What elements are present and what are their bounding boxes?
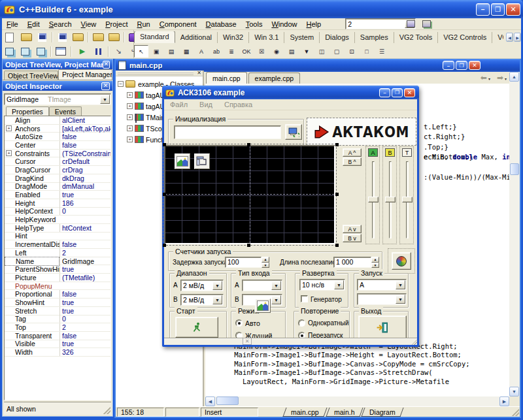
drag-handle[interactable] bbox=[163, 193, 166, 196]
property-row[interactable]: +Enabled true bbox=[5, 191, 110, 199]
toolbar-icon[interactable] bbox=[54, 45, 69, 58]
snapshot-button[interactable] bbox=[392, 252, 411, 270]
menu-item[interactable]: Component bbox=[155, 20, 201, 29]
file-tab[interactable]: main.h bbox=[326, 408, 363, 417]
scroll-right-icon[interactable]: ▶ bbox=[499, 396, 509, 406]
drag-handle[interactable] bbox=[247, 244, 250, 247]
toolbar-icon[interactable] bbox=[19, 31, 35, 44]
property-row[interactable]: +PopupMenu bbox=[5, 282, 110, 291]
property-row[interactable]: +Picture (TMetafile) bbox=[5, 274, 110, 282]
property-row[interactable]: +Visible true bbox=[5, 340, 110, 349]
expand-icon[interactable]: + bbox=[127, 125, 133, 131]
close-button[interactable]: ✕ bbox=[506, 3, 520, 16]
delay-input[interactable]: 100 bbox=[225, 257, 262, 268]
form-component-icon[interactable] bbox=[194, 153, 210, 169]
inspector-tab[interactable]: Properties bbox=[6, 106, 49, 116]
drag-handle[interactable] bbox=[335, 143, 339, 146]
palette-tab[interactable]: VG2 Controls bbox=[438, 32, 492, 43]
chevron-down-icon[interactable]: ▼ bbox=[100, 95, 110, 104]
generator-checkbox[interactable] bbox=[301, 295, 308, 302]
palette-tab[interactable]: Win32 bbox=[218, 32, 249, 43]
component-icon[interactable]: ▣ bbox=[149, 45, 163, 57]
exit-button[interactable] bbox=[358, 315, 407, 339]
channel-shift-button[interactable]: A ^ bbox=[343, 148, 362, 157]
property-row[interactable]: +Top 2 bbox=[5, 323, 110, 332]
scroll-thumb[interactable] bbox=[216, 396, 239, 405]
toolbar-icon[interactable] bbox=[107, 45, 111, 58]
trigger-mode-combo[interactable]: ▼ bbox=[357, 293, 407, 305]
scroll-up-icon[interactable]: ▲ bbox=[509, 72, 519, 82]
resize-grip[interactable] bbox=[103, 407, 110, 414]
scroll-down-icon[interactable]: ▼ bbox=[509, 387, 519, 396]
component-icon[interactable]: ▦ bbox=[179, 45, 194, 57]
slider-thumb[interactable] bbox=[385, 197, 396, 202]
level-slider[interactable]: T bbox=[399, 146, 414, 244]
property-row[interactable]: +DragKind dkDrag bbox=[5, 174, 110, 183]
toolbar-icon[interactable] bbox=[111, 45, 127, 58]
expand-icon[interactable]: + bbox=[127, 103, 133, 109]
palette-tab[interactable]: Samples bbox=[355, 32, 394, 43]
expand-icon[interactable]: + bbox=[127, 92, 133, 98]
radio-option[interactable]: Однократный bbox=[298, 317, 349, 329]
palette-scroll-left-icon[interactable]: ◀ bbox=[506, 33, 513, 42]
component-icon[interactable]: ☒ bbox=[254, 45, 269, 57]
maximize-button[interactable]: ❐ bbox=[392, 88, 403, 97]
set-debug-desktop-icon[interactable] bbox=[418, 18, 434, 31]
drag-handle[interactable] bbox=[247, 143, 250, 146]
channel-shift-button[interactable]: B ^ bbox=[343, 157, 362, 166]
slider-thumb[interactable] bbox=[368, 197, 379, 202]
dock-tab[interactable]: Object TreeView bbox=[4, 71, 58, 80]
menu-item[interactable]: Вид bbox=[194, 101, 218, 108]
start-button[interactable] bbox=[175, 317, 218, 338]
minimize-button[interactable]: – bbox=[379, 88, 390, 97]
expand-icon[interactable]: + bbox=[127, 137, 133, 142]
component-icon[interactable]: ≣ bbox=[224, 45, 239, 57]
property-row[interactable]: +Height 186 bbox=[5, 199, 110, 208]
object-selector-combo[interactable]: GridImage TImage ▼ bbox=[4, 93, 111, 105]
palette-tab[interactable]: Dialogs bbox=[320, 32, 355, 43]
range-a-combo[interactable]: 2 мВ/д▼ bbox=[180, 280, 224, 291]
property-row[interactable]: +HelpContext 0 bbox=[5, 208, 110, 216]
file-tab[interactable]: Diagram bbox=[362, 408, 404, 417]
scroll-left-icon[interactable]: ◀ bbox=[205, 396, 215, 406]
component-icon[interactable]: A bbox=[194, 45, 209, 57]
property-row[interactable]: +Anchors [akLeft,akTop,akRight,a bbox=[5, 125, 110, 133]
component-icon[interactable]: ↖ bbox=[134, 45, 148, 57]
radio-icon[interactable] bbox=[235, 319, 243, 327]
radio-option[interactable]: Авто bbox=[235, 317, 272, 329]
drag-handle[interactable] bbox=[163, 244, 166, 247]
init-button[interactable] bbox=[285, 124, 302, 140]
component-icon[interactable]: ab bbox=[209, 45, 224, 57]
editor-tab[interactable]: example.cpp bbox=[248, 73, 301, 84]
palette-tab[interactable]: Additional bbox=[175, 32, 218, 43]
minimize-button[interactable]: – bbox=[443, 61, 454, 70]
channel-shift-button[interactable]: B v bbox=[343, 234, 362, 242]
property-row[interactable]: +DragCursor crDrag bbox=[5, 166, 110, 174]
scroll-thumb[interactable] bbox=[510, 163, 519, 175]
image-component-icon[interactable] bbox=[255, 299, 271, 313]
property-row[interactable]: +HelpType htContext bbox=[5, 224, 110, 233]
toolbar-icon[interactable] bbox=[35, 31, 50, 44]
property-row[interactable]: +Center false bbox=[5, 141, 110, 150]
close-icon[interactable]: ✕ bbox=[103, 61, 110, 69]
collapse-icon[interactable]: − bbox=[118, 81, 124, 87]
drag-handle[interactable] bbox=[335, 244, 339, 247]
component-icon[interactable]: □ bbox=[360, 45, 374, 57]
toolbar-icon[interactable] bbox=[91, 31, 107, 44]
property-row[interactable]: +Align alClient bbox=[5, 116, 110, 125]
menu-item[interactable]: Run bbox=[133, 20, 155, 29]
close-icon[interactable]: ✕ bbox=[101, 82, 110, 90]
input-type-a-combo[interactable]: ▼ bbox=[242, 280, 282, 291]
property-row[interactable]: +Tag 0 bbox=[5, 315, 110, 324]
palette-tab[interactable]: System bbox=[284, 32, 320, 43]
toolbar-icon[interactable] bbox=[107, 31, 122, 44]
image-component-icon[interactable] bbox=[175, 153, 190, 169]
component-icon[interactable]: ▢ bbox=[329, 45, 344, 57]
length-input[interactable]: 1 000 bbox=[333, 257, 371, 268]
slider-thumb[interactable] bbox=[402, 197, 413, 202]
menu-item[interactable]: Справка bbox=[218, 101, 258, 108]
property-row[interactable]: +AutoSize false bbox=[5, 133, 110, 141]
toolbar-icon[interactable] bbox=[86, 31, 91, 44]
horizontal-scrollbar[interactable]: ◀ ▶ bbox=[205, 396, 509, 406]
maximize-button[interactable]: ❐ bbox=[491, 3, 505, 16]
